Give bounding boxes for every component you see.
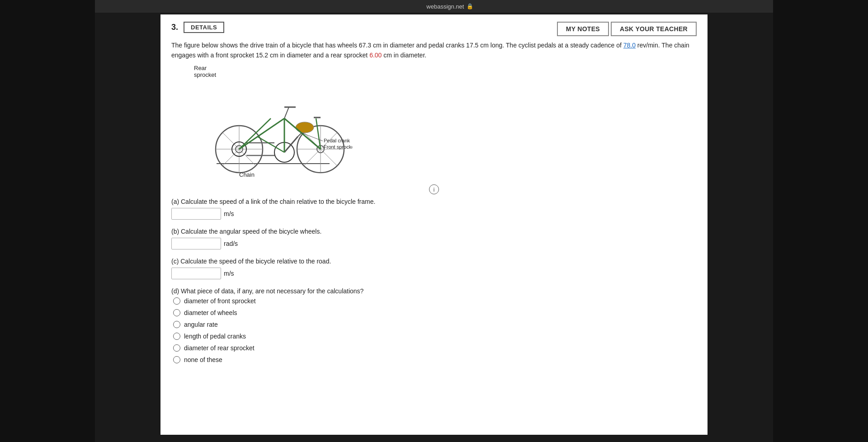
radio-circle-1[interactable] (173, 309, 180, 316)
lock-icon: 🔒 (467, 3, 473, 9)
details-badge: DETAILS (184, 22, 224, 33)
main-content: 3. DETAILS MY NOTES ASK YOUR TEACHER The… (160, 14, 708, 435)
radio-label-2: angular rate (184, 321, 218, 328)
question-number: 3. (171, 23, 178, 32)
info-icon[interactable]: i (429, 184, 439, 194)
question-number-area: 3. DETAILS (171, 22, 224, 33)
problem-text: The figure below shows the drive train o… (171, 41, 691, 60)
svg-text:Pedal crank: Pedal crank (324, 138, 350, 143)
radio-item-0[interactable]: diameter of front sprocket (173, 297, 697, 305)
left-sidebar (0, 0, 95, 442)
radio-item-2[interactable]: angular rate (173, 321, 697, 328)
top-bar: webassign.net 🔒 5:47 م السبت 13 مايو (0, 0, 868, 13)
part-c-section: (c) Calculate the speed of the bicycle r… (171, 258, 697, 279)
part-b-input[interactable] (171, 238, 221, 249)
my-notes-button[interactable]: MY NOTES (557, 22, 609, 36)
svg-line-24 (239, 118, 271, 149)
part-c-input-row: m/s (171, 268, 697, 279)
svg-line-25 (284, 107, 289, 118)
radio-circle-3[interactable] (173, 333, 180, 340)
right-sidebar (773, 0, 868, 442)
site-name: webassign.net (426, 3, 464, 10)
radio-label-0: diameter of front sprocket (184, 297, 256, 305)
problem-text-start: The figure below shows the drive train o… (171, 42, 623, 49)
svg-line-23 (257, 136, 284, 152)
part-b-unit: rad/s (224, 240, 238, 247)
part-d-section: (d) What piece of data, if any, are not … (171, 287, 697, 363)
svg-point-19 (296, 122, 314, 133)
part-c-input[interactable] (171, 268, 221, 279)
part-b-input-row: rad/s (171, 238, 697, 249)
radio-item-4[interactable]: diameter of rear sprocket (173, 344, 697, 352)
svg-line-17 (284, 136, 298, 152)
rear-sprocket-value: 6.00 (369, 52, 382, 59)
part-b-section: (b) Calculate the angular speed of the b… (171, 228, 697, 249)
ask-teacher-button[interactable]: ASK YOUR TEACHER (611, 22, 697, 36)
svg-line-27 (316, 118, 321, 149)
site-info: webassign.net 🔒 (426, 3, 473, 10)
figure-area: Rearsprocket (189, 65, 697, 178)
part-a-input[interactable] (171, 208, 221, 220)
radio-circle-0[interactable] (173, 297, 180, 305)
radio-circle-2[interactable] (173, 321, 180, 328)
radio-item-3[interactable]: length of pedal cranks (173, 333, 697, 340)
bicycle-svg: Pedal crank Front sprocket (189, 80, 352, 175)
problem-text-end: cm in diameter. (382, 52, 426, 59)
part-c-unit: m/s (224, 270, 234, 277)
svg-line-29 (302, 133, 323, 141)
radio-label-1: diameter of wheels (184, 309, 237, 316)
rear-sprocket-label: Rearsprocket (194, 65, 216, 78)
radio-circle-5[interactable] (173, 356, 180, 363)
radio-label-4: diameter of rear sprocket (184, 344, 255, 352)
radio-label-5: none of these (184, 356, 222, 363)
svg-text:Front sprocket: Front sprocket (324, 144, 352, 150)
part-d-label: (d) What piece of data, if any, are not … (171, 287, 697, 295)
chain-label: Chain (239, 171, 255, 178)
part-c-label: (c) Calculate the speed of the bicycle r… (171, 258, 697, 265)
part-a-unit: m/s (224, 210, 234, 217)
info-icon-row: i (171, 184, 697, 194)
part-a-section: (a) Calculate the speed of a link of the… (171, 198, 697, 220)
radio-circle-4[interactable] (173, 344, 180, 352)
radio-item-5[interactable]: none of these (173, 356, 697, 363)
part-b-label: (b) Calculate the angular speed of the b… (171, 228, 697, 235)
cadence-value: 78.0 (623, 42, 636, 49)
radio-item-1[interactable]: diameter of wheels (173, 309, 697, 316)
header-row: 3. DETAILS MY NOTES ASK YOUR TEACHER (171, 22, 697, 36)
part-a-label: (a) Calculate the speed of a link of the… (171, 198, 697, 205)
radio-label-3: length of pedal cranks (184, 333, 246, 340)
button-group: MY NOTES ASK YOUR TEACHER (557, 22, 697, 36)
part-a-input-row: m/s (171, 208, 697, 220)
radio-group: diameter of front sprocket diameter of w… (173, 297, 697, 363)
